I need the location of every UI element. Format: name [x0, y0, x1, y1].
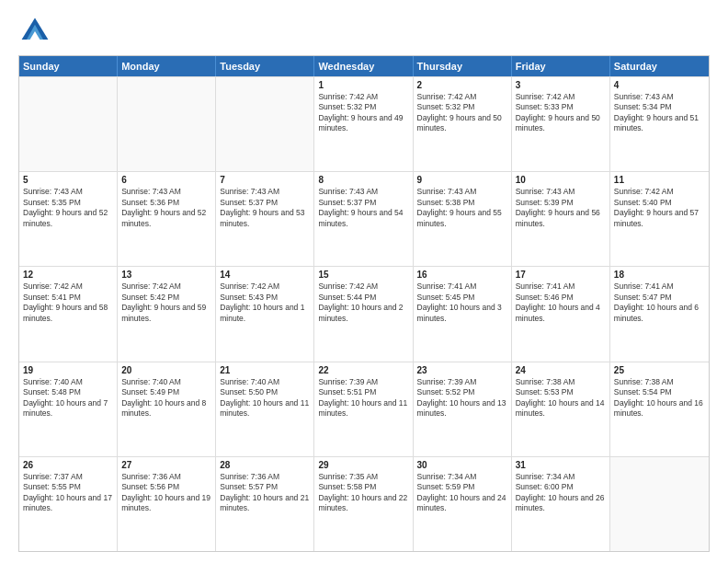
calendar-cell: 2Sunrise: 7:42 AMSunset: 5:32 PMDaylight…	[414, 77, 512, 171]
header-day-wednesday: Wednesday	[314, 56, 413, 76]
calendar-cell: 27Sunrise: 7:36 AMSunset: 5:56 PMDayligh…	[118, 457, 216, 551]
day-number: 20	[121, 365, 211, 375]
cell-info: Sunrise: 7:42 AMSunset: 5:44 PMDaylight:…	[318, 282, 408, 324]
calendar-row-4: 26Sunrise: 7:37 AMSunset: 5:55 PMDayligh…	[19, 456, 709, 551]
header-day-thursday: Thursday	[414, 56, 512, 76]
header-day-friday: Friday	[512, 56, 610, 76]
calendar-cell: 7Sunrise: 7:43 AMSunset: 5:37 PMDaylight…	[216, 172, 314, 266]
calendar-body: 1Sunrise: 7:42 AMSunset: 5:32 PMDaylight…	[19, 76, 709, 551]
header-day-saturday: Saturday	[610, 56, 709, 76]
cell-info: Sunrise: 7:43 AMSunset: 5:36 PMDaylight:…	[121, 187, 211, 229]
cell-info: Sunrise: 7:42 AMSunset: 5:32 PMDaylight:…	[417, 92, 507, 134]
day-number: 12	[23, 270, 113, 280]
calendar-cell: 6Sunrise: 7:43 AMSunset: 5:36 PMDaylight…	[118, 172, 216, 266]
day-number: 7	[220, 175, 310, 185]
calendar-row-3: 19Sunrise: 7:40 AMSunset: 5:48 PMDayligh…	[19, 362, 709, 456]
cell-info: Sunrise: 7:40 AMSunset: 5:49 PMDaylight:…	[121, 377, 211, 419]
calendar-cell: 14Sunrise: 7:42 AMSunset: 5:43 PMDayligh…	[216, 267, 314, 361]
cell-info: Sunrise: 7:43 AMSunset: 5:37 PMDaylight:…	[220, 187, 310, 229]
cell-info: Sunrise: 7:40 AMSunset: 5:48 PMDaylight:…	[23, 377, 113, 419]
calendar-cell: 20Sunrise: 7:40 AMSunset: 5:49 PMDayligh…	[118, 362, 216, 456]
cell-info: Sunrise: 7:34 AMSunset: 6:00 PMDaylight:…	[516, 472, 606, 514]
cell-info: Sunrise: 7:42 AMSunset: 5:33 PMDaylight:…	[516, 92, 606, 134]
calendar-cell: 9Sunrise: 7:43 AMSunset: 5:38 PMDaylight…	[414, 172, 512, 266]
calendar-cell: 21Sunrise: 7:40 AMSunset: 5:50 PMDayligh…	[216, 362, 314, 456]
cell-info: Sunrise: 7:41 AMSunset: 5:45 PMDaylight:…	[417, 282, 507, 324]
cell-info: Sunrise: 7:36 AMSunset: 5:56 PMDaylight:…	[121, 472, 211, 514]
calendar-row-0: 1Sunrise: 7:42 AMSunset: 5:32 PMDaylight…	[19, 76, 709, 171]
cell-info: Sunrise: 7:41 AMSunset: 5:46 PMDaylight:…	[516, 282, 606, 324]
cell-info: Sunrise: 7:35 AMSunset: 5:58 PMDaylight:…	[318, 472, 408, 514]
logo	[18, 15, 57, 48]
calendar-cell: 1Sunrise: 7:42 AMSunset: 5:32 PMDaylight…	[314, 77, 413, 171]
day-number: 3	[516, 80, 606, 90]
day-number: 31	[516, 460, 606, 470]
day-number: 6	[121, 175, 211, 185]
cell-info: Sunrise: 7:39 AMSunset: 5:51 PMDaylight:…	[318, 377, 408, 419]
calendar-cell: 16Sunrise: 7:41 AMSunset: 5:45 PMDayligh…	[414, 267, 512, 361]
calendar-row-1: 5Sunrise: 7:43 AMSunset: 5:35 PMDaylight…	[19, 171, 709, 266]
header-day-monday: Monday	[118, 56, 216, 76]
day-number: 22	[318, 365, 408, 375]
day-number: 27	[121, 460, 211, 470]
day-number: 5	[23, 175, 113, 185]
day-number: 4	[614, 80, 705, 90]
cell-info: Sunrise: 7:34 AMSunset: 5:59 PMDaylight:…	[417, 472, 507, 514]
calendar-cell	[216, 77, 314, 171]
day-number: 30	[417, 460, 507, 470]
day-number: 23	[417, 365, 507, 375]
cell-info: Sunrise: 7:38 AMSunset: 5:53 PMDaylight:…	[516, 377, 606, 419]
day-number: 24	[516, 365, 606, 375]
day-number: 18	[614, 270, 705, 280]
calendar: SundayMondayTuesdayWednesdayThursdayFrid…	[18, 55, 710, 552]
day-number: 10	[516, 175, 606, 185]
calendar-cell: 26Sunrise: 7:37 AMSunset: 5:55 PMDayligh…	[19, 457, 118, 551]
calendar-cell: 3Sunrise: 7:42 AMSunset: 5:33 PMDaylight…	[512, 77, 610, 171]
day-number: 11	[614, 175, 705, 185]
calendar-cell: 4Sunrise: 7:43 AMSunset: 5:34 PMDaylight…	[610, 77, 709, 171]
day-number: 2	[417, 80, 507, 90]
cell-info: Sunrise: 7:43 AMSunset: 5:39 PMDaylight:…	[516, 187, 606, 229]
calendar-cell: 10Sunrise: 7:43 AMSunset: 5:39 PMDayligh…	[512, 172, 610, 266]
calendar-cell: 17Sunrise: 7:41 AMSunset: 5:46 PMDayligh…	[512, 267, 610, 361]
calendar-cell: 18Sunrise: 7:41 AMSunset: 5:47 PMDayligh…	[610, 267, 709, 361]
cell-info: Sunrise: 7:42 AMSunset: 5:41 PMDaylight:…	[23, 282, 113, 324]
day-number: 13	[121, 270, 211, 280]
calendar-header: SundayMondayTuesdayWednesdayThursdayFrid…	[19, 56, 709, 76]
logo-icon	[18, 15, 51, 48]
day-number: 16	[417, 270, 507, 280]
cell-info: Sunrise: 7:43 AMSunset: 5:37 PMDaylight:…	[318, 187, 408, 229]
calendar-cell: 25Sunrise: 7:38 AMSunset: 5:54 PMDayligh…	[610, 362, 709, 456]
cell-info: Sunrise: 7:42 AMSunset: 5:43 PMDaylight:…	[220, 282, 310, 324]
day-number: 8	[318, 175, 408, 185]
day-number: 25	[614, 365, 705, 375]
cell-info: Sunrise: 7:42 AMSunset: 5:42 PMDaylight:…	[121, 282, 211, 324]
calendar-cell: 23Sunrise: 7:39 AMSunset: 5:52 PMDayligh…	[414, 362, 512, 456]
cell-info: Sunrise: 7:42 AMSunset: 5:40 PMDaylight:…	[614, 187, 705, 229]
header	[18, 15, 710, 48]
calendar-cell: 5Sunrise: 7:43 AMSunset: 5:35 PMDaylight…	[19, 172, 118, 266]
calendar-cell: 12Sunrise: 7:42 AMSunset: 5:41 PMDayligh…	[19, 267, 118, 361]
calendar-cell: 30Sunrise: 7:34 AMSunset: 5:59 PMDayligh…	[414, 457, 512, 551]
cell-info: Sunrise: 7:43 AMSunset: 5:34 PMDaylight:…	[614, 92, 705, 134]
calendar-cell: 28Sunrise: 7:36 AMSunset: 5:57 PMDayligh…	[216, 457, 314, 551]
day-number: 17	[516, 270, 606, 280]
calendar-cell: 15Sunrise: 7:42 AMSunset: 5:44 PMDayligh…	[314, 267, 413, 361]
calendar-cell: 22Sunrise: 7:39 AMSunset: 5:51 PMDayligh…	[314, 362, 413, 456]
day-number: 14	[220, 270, 310, 280]
calendar-row-2: 12Sunrise: 7:42 AMSunset: 5:41 PMDayligh…	[19, 266, 709, 361]
day-number: 29	[318, 460, 408, 470]
cell-info: Sunrise: 7:38 AMSunset: 5:54 PMDaylight:…	[614, 377, 705, 419]
day-number: 15	[318, 270, 408, 280]
cell-info: Sunrise: 7:43 AMSunset: 5:38 PMDaylight:…	[417, 187, 507, 229]
calendar-cell	[19, 77, 118, 171]
calendar-cell: 11Sunrise: 7:42 AMSunset: 5:40 PMDayligh…	[610, 172, 709, 266]
calendar-cell	[610, 457, 709, 551]
calendar-cell	[118, 77, 216, 171]
cell-info: Sunrise: 7:36 AMSunset: 5:57 PMDaylight:…	[220, 472, 310, 514]
cell-info: Sunrise: 7:43 AMSunset: 5:35 PMDaylight:…	[23, 187, 113, 229]
calendar-cell: 31Sunrise: 7:34 AMSunset: 6:00 PMDayligh…	[512, 457, 610, 551]
cell-info: Sunrise: 7:41 AMSunset: 5:47 PMDaylight:…	[614, 282, 705, 324]
header-day-sunday: Sunday	[19, 56, 118, 76]
calendar-cell: 24Sunrise: 7:38 AMSunset: 5:53 PMDayligh…	[512, 362, 610, 456]
